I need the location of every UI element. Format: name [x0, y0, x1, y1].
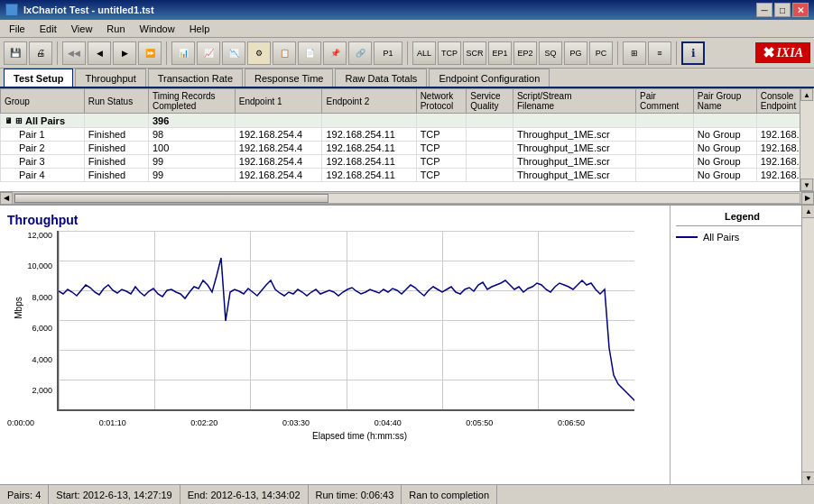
- pg-button[interactable]: PG: [564, 41, 587, 65]
- tool-3[interactable]: 📉: [222, 41, 245, 65]
- all-button[interactable]: ALL: [412, 41, 436, 65]
- title-bar: IxChariot Test - untitled1.tst ─ □ ✕: [0, 0, 814, 20]
- tab-transaction-rate[interactable]: Transaction Rate: [148, 69, 243, 87]
- stop-button[interactable]: ◀◀: [62, 41, 86, 65]
- table-row[interactable]: Pair 3 Finished 99 192.168.254.4 192.168…: [1, 155, 814, 169]
- pair1-ep2: 192.168.254.11: [322, 128, 416, 142]
- tab-raw-data-totals[interactable]: Raw Data Totals: [335, 69, 427, 87]
- pair1-protocol: TCP: [416, 128, 467, 142]
- v-scrollbar[interactable]: ▲ ▼: [800, 88, 814, 191]
- all-pairs-status: [84, 114, 148, 128]
- scr-button[interactable]: SCR: [463, 41, 486, 65]
- pair3-ep2: 192.168.254.11: [322, 155, 416, 169]
- scroll-right[interactable]: ▶: [801, 192, 814, 205]
- toolbar-sep-5: [676, 41, 677, 65]
- status-completion: Ran to completion: [402, 485, 497, 504]
- back-button[interactable]: ◀: [88, 41, 111, 65]
- pair4-timing: 99: [148, 169, 235, 182]
- x-label-0: 0:00:00: [7, 418, 34, 427]
- tcp-button[interactable]: TCP: [438, 41, 461, 65]
- status-end: End: 2012-6-13, 14:34:02: [180, 485, 309, 504]
- menu-edit[interactable]: Edit: [34, 22, 62, 36]
- tab-test-setup[interactable]: Test Setup: [4, 69, 73, 87]
- col-ep1: Endpoint 1: [235, 89, 322, 114]
- info-button[interactable]: ℹ: [681, 41, 705, 65]
- chart-area: Throughput Mbps 12,000 10,000 8,000 6,00…: [0, 206, 670, 484]
- pair1-status: Finished: [84, 128, 148, 142]
- tool-6[interactable]: 📄: [298, 41, 321, 65]
- new-button[interactable]: 💾: [4, 41, 27, 65]
- tool-2[interactable]: 📈: [197, 41, 220, 65]
- table-row[interactable]: Pair 1 Finished 98 192.168.254.4 192.168…: [1, 128, 814, 142]
- x-axis-title: Elapsed time (h:mm:ss): [7, 431, 662, 441]
- pair4-protocol: TCP: [416, 169, 467, 182]
- col-run-status: Run Status: [84, 89, 148, 114]
- col-protocol: NetworkProtocol: [416, 89, 467, 114]
- tab-endpoint-config[interactable]: Endpoint Configuration: [429, 69, 550, 87]
- close-button[interactable]: ✕: [792, 3, 809, 17]
- list-button[interactable]: ≡: [648, 41, 671, 65]
- col-quality: ServiceQuality: [467, 89, 513, 114]
- pair1-group: No Group: [693, 128, 756, 142]
- grid-button[interactable]: ⊞: [623, 41, 646, 65]
- ep1-button[interactable]: EP1: [488, 41, 512, 65]
- legend-label: All Pairs: [703, 232, 739, 243]
- all-pairs-row[interactable]: 🖥 ⊞ All Pairs 396: [1, 114, 814, 128]
- x-label-4: 0:04:40: [375, 418, 402, 427]
- tool-1[interactable]: 📊: [171, 41, 195, 65]
- tool-8[interactable]: 🔗: [348, 41, 372, 65]
- scroll-down[interactable]: ▼: [800, 179, 813, 191]
- chart-box: [57, 231, 634, 411]
- y-label-6: 2,000: [32, 386, 52, 395]
- scroll-up[interactable]: ▲: [800, 88, 813, 101]
- col-group: Group: [1, 89, 85, 114]
- tool-5[interactable]: 📋: [273, 41, 296, 65]
- menu-run[interactable]: Run: [101, 22, 130, 36]
- status-bar: Pairs: 4 Start: 2012-6-13, 14:27:19 End:…: [0, 484, 814, 504]
- pair2-script: Throughput_1ME.scr: [513, 142, 635, 155]
- open-button[interactable]: 🖨: [29, 41, 52, 65]
- tab-response-time[interactable]: Response Time: [245, 69, 333, 87]
- status-runtime: Run time: 0:06:43: [309, 485, 402, 504]
- y-label-3: 8,000: [32, 293, 52, 302]
- ep2-button[interactable]: EP2: [513, 41, 537, 65]
- menu-file[interactable]: File: [4, 22, 31, 36]
- menu-view[interactable]: View: [66, 22, 98, 36]
- legend-scrollbar[interactable]: ▲ ▼: [801, 206, 814, 484]
- col-ep2: Endpoint 2: [322, 89, 416, 114]
- pair4-group: No Group: [693, 169, 756, 182]
- table-row[interactable]: Pair 2 Finished 100 192.168.254.4 192.16…: [1, 142, 814, 155]
- all-pairs-group: 🖥 ⊞ All Pairs: [1, 114, 85, 128]
- x-label-5: 0:05:50: [466, 418, 493, 427]
- maximize-button[interactable]: □: [774, 3, 791, 17]
- pc-button[interactable]: PC: [589, 41, 613, 65]
- scroll-left[interactable]: ◀: [0, 192, 13, 205]
- legend-item-all-pairs: All Pairs: [676, 232, 809, 243]
- y-label-4: 6,000: [32, 324, 52, 333]
- minimize-button[interactable]: ─: [756, 3, 772, 17]
- run-button[interactable]: ⏩: [138, 41, 162, 65]
- menu-window[interactable]: Window: [134, 22, 180, 36]
- fwd-button[interactable]: ▶: [113, 41, 136, 65]
- chart-legend-row: Throughput Mbps 12,000 10,000 8,000 6,00…: [0, 206, 814, 484]
- tabs-row: Test Setup Throughput Transaction Rate R…: [0, 69, 814, 88]
- pair3-protocol: TCP: [416, 155, 467, 169]
- pair3-group: No Group: [693, 155, 756, 169]
- pair1-script: Throughput_1ME.scr: [513, 128, 635, 142]
- data-table: Group Run Status Timing RecordsCompleted…: [0, 88, 814, 182]
- y-label-5: 4,000: [32, 355, 52, 364]
- tool-9[interactable]: P1: [374, 41, 402, 65]
- tab-throughput[interactable]: Throughput: [75, 69, 145, 87]
- h-scrollbar[interactable]: ◀ ▶: [0, 191, 814, 204]
- legend-line: [676, 236, 698, 238]
- menu-help[interactable]: Help: [184, 22, 216, 36]
- tool-4[interactable]: ⚙: [247, 41, 271, 65]
- pair4-name: Pair 4: [1, 169, 85, 182]
- table-row[interactable]: Pair 4 Finished 99 192.168.254.4 192.168…: [1, 169, 814, 182]
- pair2-name: Pair 2: [1, 142, 85, 155]
- col-timing: Timing RecordsCompleted: [148, 89, 235, 114]
- sq-button[interactable]: SQ: [539, 41, 562, 65]
- status-start: Start: 2012-6-13, 14:27:19: [49, 485, 180, 504]
- chart-title: Throughput: [7, 213, 662, 227]
- tool-7[interactable]: 📌: [323, 41, 347, 65]
